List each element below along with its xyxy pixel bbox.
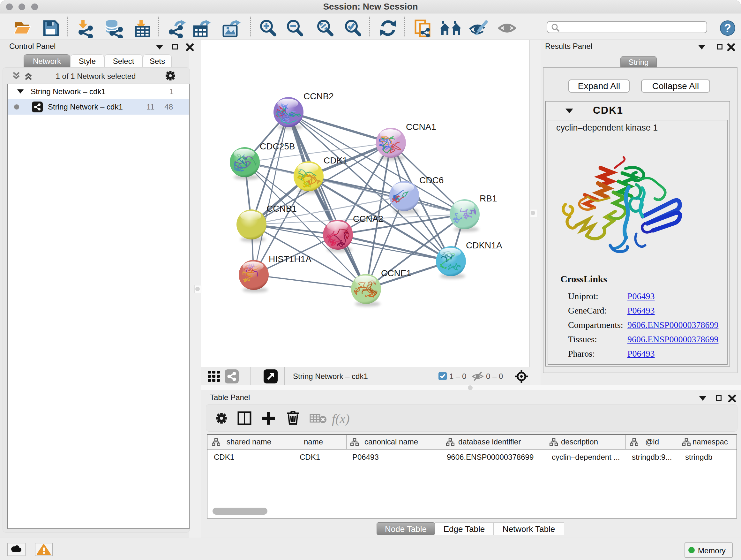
svg-text:CCNA1: CCNA1: [406, 122, 436, 132]
svg-text:CDC25B: CDC25B: [260, 141, 295, 151]
svg-text:RB1: RB1: [480, 193, 497, 203]
svg-text:CDKN1A: CDKN1A: [466, 240, 502, 250]
svg-text:CCNA2: CCNA2: [353, 214, 383, 224]
svg-text:CCNB2: CCNB2: [304, 91, 334, 101]
svg-text:HIST1H1A: HIST1H1A: [269, 254, 312, 264]
svg-text:CCNE1: CCNE1: [381, 268, 411, 278]
svg-text:CDK1: CDK1: [324, 155, 347, 165]
svg-text:CDC6: CDC6: [419, 175, 444, 185]
svg-text:CCNB1: CCNB1: [266, 204, 297, 213]
